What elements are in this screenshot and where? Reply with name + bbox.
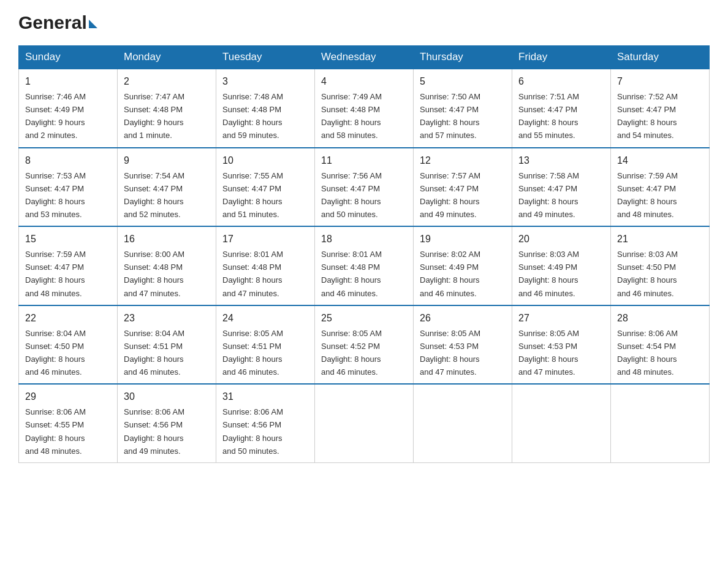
day-number: 16 bbox=[124, 232, 210, 247]
day-number: 3 bbox=[222, 74, 308, 89]
day-info: Sunrise: 7:57 AMSunset: 4:47 PMDaylight:… bbox=[420, 171, 480, 219]
calendar-cell: 30Sunrise: 8:06 AMSunset: 4:56 PMDayligh… bbox=[118, 384, 216, 462]
calendar-cell: 26Sunrise: 8:05 AMSunset: 4:53 PMDayligh… bbox=[414, 305, 512, 385]
day-number: 21 bbox=[617, 232, 703, 247]
header-sunday: Sunday bbox=[19, 46, 118, 69]
calendar-cell: 11Sunrise: 7:56 AMSunset: 4:47 PMDayligh… bbox=[315, 148, 414, 227]
day-info: Sunrise: 8:05 AMSunset: 4:53 PMDaylight:… bbox=[420, 329, 480, 377]
day-info: Sunrise: 7:46 AMSunset: 4:49 PMDaylight:… bbox=[25, 92, 86, 140]
calendar-week-row: 22Sunrise: 8:04 AMSunset: 4:50 PMDayligh… bbox=[19, 305, 710, 385]
day-info: Sunrise: 7:51 AMSunset: 4:47 PMDaylight:… bbox=[518, 92, 579, 140]
day-info: Sunrise: 7:59 AMSunset: 4:47 PMDaylight:… bbox=[25, 250, 86, 297]
day-number: 13 bbox=[518, 153, 604, 168]
calendar-week-row: 1Sunrise: 7:46 AMSunset: 4:49 PMDaylight… bbox=[19, 69, 710, 148]
calendar-cell: 20Sunrise: 8:03 AMSunset: 4:49 PMDayligh… bbox=[512, 226, 611, 305]
calendar-cell: 13Sunrise: 7:58 AMSunset: 4:47 PMDayligh… bbox=[512, 148, 611, 227]
day-info: Sunrise: 8:03 AMSunset: 4:49 PMDaylight:… bbox=[518, 250, 579, 297]
calendar-cell: 27Sunrise: 8:05 AMSunset: 4:53 PMDayligh… bbox=[512, 305, 611, 385]
calendar-cell: 10Sunrise: 7:55 AMSunset: 4:47 PMDayligh… bbox=[216, 148, 315, 227]
header-thursday: Thursday bbox=[414, 46, 512, 69]
day-info: Sunrise: 7:59 AMSunset: 4:47 PMDaylight:… bbox=[617, 171, 678, 219]
header-monday: Monday bbox=[118, 46, 216, 69]
day-info: Sunrise: 7:54 AMSunset: 4:47 PMDaylight:… bbox=[124, 171, 184, 219]
calendar-cell: 18Sunrise: 8:01 AMSunset: 4:48 PMDayligh… bbox=[315, 226, 414, 305]
day-number: 27 bbox=[518, 311, 604, 326]
day-info: Sunrise: 8:05 AMSunset: 4:51 PMDaylight:… bbox=[222, 329, 283, 377]
logo-triangle-icon bbox=[89, 20, 97, 28]
day-number: 25 bbox=[321, 311, 407, 326]
calendar-cell bbox=[512, 384, 611, 462]
calendar-cell: 4Sunrise: 7:49 AMSunset: 4:48 PMDaylight… bbox=[315, 69, 414, 148]
day-info: Sunrise: 8:06 AMSunset: 4:55 PMDaylight:… bbox=[25, 407, 86, 455]
page-header: General bbox=[18, 12, 710, 33]
calendar-cell: 12Sunrise: 7:57 AMSunset: 4:47 PMDayligh… bbox=[414, 148, 512, 227]
calendar-week-row: 15Sunrise: 7:59 AMSunset: 4:47 PMDayligh… bbox=[19, 226, 710, 305]
day-number: 30 bbox=[124, 389, 210, 404]
day-number: 14 bbox=[617, 153, 703, 168]
calendar-cell: 23Sunrise: 8:04 AMSunset: 4:51 PMDayligh… bbox=[118, 305, 216, 385]
day-info: Sunrise: 8:05 AMSunset: 4:52 PMDaylight:… bbox=[321, 329, 382, 377]
calendar-cell: 29Sunrise: 8:06 AMSunset: 4:55 PMDayligh… bbox=[19, 384, 118, 462]
calendar-cell: 6Sunrise: 7:51 AMSunset: 4:47 PMDaylight… bbox=[512, 69, 611, 148]
calendar-table: SundayMondayTuesdayWednesdayThursdayFrid… bbox=[18, 45, 710, 463]
calendar-header-row: SundayMondayTuesdayWednesdayThursdayFrid… bbox=[19, 46, 710, 69]
calendar-cell: 9Sunrise: 7:54 AMSunset: 4:47 PMDaylight… bbox=[118, 148, 216, 227]
calendar-cell: 15Sunrise: 7:59 AMSunset: 4:47 PMDayligh… bbox=[19, 226, 118, 305]
calendar-cell: 31Sunrise: 8:06 AMSunset: 4:56 PMDayligh… bbox=[216, 384, 315, 462]
calendar-cell: 28Sunrise: 8:06 AMSunset: 4:54 PMDayligh… bbox=[611, 305, 710, 385]
calendar-cell bbox=[611, 384, 710, 462]
calendar-cell: 16Sunrise: 8:00 AMSunset: 4:48 PMDayligh… bbox=[118, 226, 216, 305]
day-info: Sunrise: 7:58 AMSunset: 4:47 PMDaylight:… bbox=[518, 171, 579, 219]
header-wednesday: Wednesday bbox=[315, 46, 414, 69]
day-number: 28 bbox=[617, 311, 703, 326]
day-number: 8 bbox=[25, 153, 111, 168]
day-info: Sunrise: 8:01 AMSunset: 4:48 PMDaylight:… bbox=[222, 250, 283, 297]
calendar-week-row: 8Sunrise: 7:53 AMSunset: 4:47 PMDaylight… bbox=[19, 148, 710, 227]
calendar-cell: 22Sunrise: 8:04 AMSunset: 4:50 PMDayligh… bbox=[19, 305, 118, 385]
day-info: Sunrise: 8:06 AMSunset: 4:56 PMDaylight:… bbox=[124, 407, 184, 455]
header-saturday: Saturday bbox=[611, 46, 710, 69]
day-info: Sunrise: 7:56 AMSunset: 4:47 PMDaylight:… bbox=[321, 171, 382, 219]
calendar-cell: 7Sunrise: 7:52 AMSunset: 4:47 PMDaylight… bbox=[611, 69, 710, 148]
calendar-cell: 2Sunrise: 7:47 AMSunset: 4:48 PMDaylight… bbox=[118, 69, 216, 148]
day-number: 17 bbox=[222, 232, 308, 247]
day-number: 24 bbox=[222, 311, 308, 326]
calendar-cell: 8Sunrise: 7:53 AMSunset: 4:47 PMDaylight… bbox=[19, 148, 118, 227]
day-info: Sunrise: 8:06 AMSunset: 4:54 PMDaylight:… bbox=[617, 329, 678, 377]
calendar-cell: 14Sunrise: 7:59 AMSunset: 4:47 PMDayligh… bbox=[611, 148, 710, 227]
day-number: 7 bbox=[617, 74, 703, 89]
day-number: 12 bbox=[420, 153, 506, 168]
day-number: 19 bbox=[420, 232, 506, 247]
day-info: Sunrise: 7:52 AMSunset: 4:47 PMDaylight:… bbox=[617, 92, 678, 140]
day-info: Sunrise: 8:04 AMSunset: 4:51 PMDaylight:… bbox=[124, 329, 184, 377]
calendar-cell: 3Sunrise: 7:48 AMSunset: 4:48 PMDaylight… bbox=[216, 69, 315, 148]
day-number: 10 bbox=[222, 153, 308, 168]
day-number: 31 bbox=[222, 389, 308, 404]
calendar-cell: 24Sunrise: 8:05 AMSunset: 4:51 PMDayligh… bbox=[216, 305, 315, 385]
logo: General bbox=[18, 12, 97, 33]
day-number: 9 bbox=[124, 153, 210, 168]
day-info: Sunrise: 8:02 AMSunset: 4:49 PMDaylight:… bbox=[420, 250, 480, 297]
calendar-cell: 25Sunrise: 8:05 AMSunset: 4:52 PMDayligh… bbox=[315, 305, 414, 385]
day-number: 18 bbox=[321, 232, 407, 247]
day-info: Sunrise: 8:04 AMSunset: 4:50 PMDaylight:… bbox=[25, 329, 86, 377]
day-info: Sunrise: 8:06 AMSunset: 4:56 PMDaylight:… bbox=[222, 407, 283, 455]
day-number: 22 bbox=[25, 311, 111, 326]
day-info: Sunrise: 8:00 AMSunset: 4:48 PMDaylight:… bbox=[124, 250, 184, 297]
calendar-cell: 1Sunrise: 7:46 AMSunset: 4:49 PMDaylight… bbox=[19, 69, 118, 148]
calendar-cell bbox=[315, 384, 414, 462]
day-info: Sunrise: 8:03 AMSunset: 4:50 PMDaylight:… bbox=[617, 250, 678, 297]
logo-general-text: General bbox=[18, 12, 87, 33]
day-info: Sunrise: 8:01 AMSunset: 4:48 PMDaylight:… bbox=[321, 250, 382, 297]
day-number: 29 bbox=[25, 389, 111, 404]
calendar-cell: 19Sunrise: 8:02 AMSunset: 4:49 PMDayligh… bbox=[414, 226, 512, 305]
calendar-cell: 17Sunrise: 8:01 AMSunset: 4:48 PMDayligh… bbox=[216, 226, 315, 305]
header-friday: Friday bbox=[512, 46, 611, 69]
calendar-cell: 21Sunrise: 8:03 AMSunset: 4:50 PMDayligh… bbox=[611, 226, 710, 305]
day-number: 6 bbox=[518, 74, 604, 89]
calendar-cell bbox=[414, 384, 512, 462]
day-number: 23 bbox=[124, 311, 210, 326]
day-info: Sunrise: 7:47 AMSunset: 4:48 PMDaylight:… bbox=[124, 92, 184, 140]
day-number: 11 bbox=[321, 153, 407, 168]
day-info: Sunrise: 7:55 AMSunset: 4:47 PMDaylight:… bbox=[222, 171, 283, 219]
